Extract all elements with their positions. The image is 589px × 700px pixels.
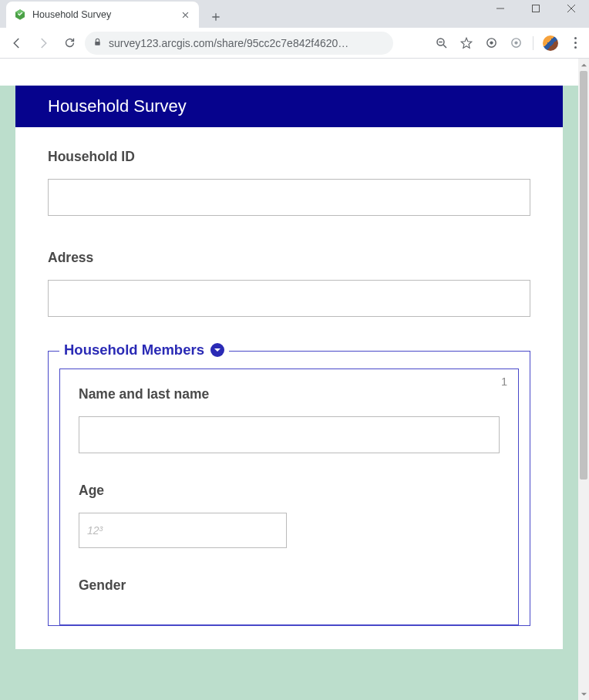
age-label: Age: [79, 483, 500, 499]
window-close-button[interactable]: [554, 0, 589, 20]
extension-icon-1[interactable]: [483, 35, 499, 51]
household-members-legend: Household Members: [64, 342, 204, 358]
tab-close-button[interactable]: [179, 8, 191, 21]
tab-strip: Household Survey: [0, 0, 589, 28]
toolbar-divider: [533, 36, 533, 50]
address-bar[interactable]: survey123.arcgis.com/share/95cc2c7e842f4…: [85, 32, 393, 55]
household-id-label: Household ID: [48, 149, 530, 165]
back-button[interactable]: [6, 32, 28, 54]
zoom-icon[interactable]: [434, 35, 449, 51]
window-maximize-button[interactable]: [518, 0, 554, 20]
svg-point-6: [490, 41, 493, 44]
browser-toolbar: survey123.arcgis.com/share/95cc2c7e842f4…: [0, 28, 589, 59]
name-input[interactable]: [79, 416, 500, 453]
repeat-record: 1 Name and last name Age: [59, 369, 519, 625]
profile-avatar[interactable]: [543, 35, 558, 51]
age-input[interactable]: [79, 513, 287, 548]
repeat-index: 1: [501, 375, 507, 388]
extension-icon-2[interactable]: [508, 35, 523, 51]
reload-button[interactable]: [59, 32, 80, 54]
page-viewport: Household Survey Household ID Adress: [0, 59, 578, 700]
scroll-down-arrow-icon[interactable]: [578, 688, 589, 700]
address-label: Adress: [48, 250, 530, 266]
scroll-track[interactable]: [578, 71, 589, 688]
new-tab-button[interactable]: [205, 6, 227, 28]
star-bookmark-icon[interactable]: [459, 35, 474, 51]
collapse-toggle-button[interactable]: [210, 343, 224, 357]
browser-menu-button[interactable]: [567, 35, 583, 51]
household-id-input[interactable]: [48, 179, 530, 216]
url-text: survey123.arcgis.com/share/95cc2c7e842f4…: [109, 37, 385, 49]
scroll-up-arrow-icon[interactable]: [578, 59, 589, 71]
vertical-scrollbar[interactable]: [578, 59, 589, 700]
browser-tab[interactable]: Household Survey: [6, 2, 199, 28]
forward-button[interactable]: [32, 32, 54, 54]
address-input[interactable]: [48, 280, 530, 317]
svg-rect-2: [533, 5, 540, 12]
window-minimize-button[interactable]: [483, 0, 518, 20]
favicon-survey123-icon: [14, 8, 26, 21]
svg-point-8: [514, 41, 517, 44]
scroll-thumb[interactable]: [580, 71, 587, 480]
lock-icon: [93, 36, 103, 50]
household-members-group: Household Members 1 Name and last name: [48, 351, 530, 626]
tab-title: Household Survey: [32, 9, 173, 20]
svg-rect-3: [95, 41, 100, 45]
gender-label: Gender: [79, 577, 500, 594]
name-label: Name and last name: [79, 386, 500, 402]
form-title: Household Survey: [15, 86, 563, 127]
